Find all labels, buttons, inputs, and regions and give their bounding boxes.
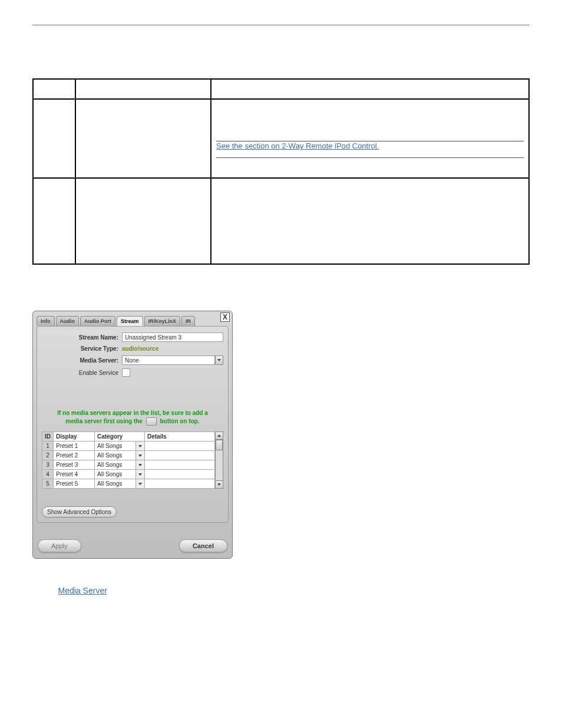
table-row: 5 Keypad/Touchpad — Remote Target check … <box>33 99 529 178</box>
preset-category-dropdown-icon[interactable] <box>136 470 145 479</box>
preset-id: 2 <box>42 451 54 460</box>
screen-elements-table: Number Screen Label Description 5 Keypad… <box>32 78 530 265</box>
media-server-icon <box>146 417 157 426</box>
apply-button[interactable]: Apply <box>38 539 81 552</box>
media-server-dropdown-icon[interactable] <box>215 355 223 365</box>
scroll-down-icon[interactable] <box>215 480 223 489</box>
preset-category-select[interactable]: All Songs <box>95 479 136 489</box>
preset-category-select[interactable]: All Songs <box>95 470 136 479</box>
tab-info[interactable]: Info <box>37 316 55 326</box>
preset-details[interactable] <box>145 479 215 489</box>
preset-id: 1 <box>42 442 54 451</box>
preset-display-input[interactable]: Preset 4 <box>54 470 95 479</box>
dialog-body: Stream Name: Unassigned Stream 3 Service… <box>37 326 229 523</box>
stream-tab-dialog: X Info Audio Audio Port Stream IR/KeyLin… <box>32 311 233 559</box>
preset-header-details: Details <box>145 432 215 442</box>
section-heading-stream-tab: Stream Tab <box>32 287 530 300</box>
preset-details[interactable] <box>145 470 215 479</box>
media-server-select[interactable]: None <box>122 355 215 365</box>
page-number: 167 <box>517 712 530 721</box>
enable-service-checkbox[interactable] <box>122 368 130 377</box>
col-header-number: Number <box>33 79 75 99</box>
preset-header-category: Category <box>95 432 145 442</box>
scroll-track[interactable] <box>215 440 223 480</box>
service-type-value: audio/source <box>122 345 158 352</box>
preset-details[interactable] <box>145 460 215 470</box>
tab-ir[interactable]: IR <box>181 316 195 326</box>
preset-category-select[interactable]: All Songs <box>95 451 136 460</box>
media-server-link[interactable]: Media Server <box>58 586 107 595</box>
preset-id: 5 <box>42 479 54 489</box>
media-server-hint: If no media servers appear in the list, … <box>42 409 223 426</box>
preset-display-input[interactable]: Preset 3 <box>54 460 95 470</box>
scroll-up-icon[interactable] <box>215 431 223 440</box>
show-advanced-options-button[interactable]: Show Advanced Options <box>42 506 117 518</box>
preset-category-dropdown-icon[interactable] <box>136 442 145 451</box>
close-button[interactable]: X <box>220 312 230 322</box>
header-rule <box>32 25 530 25</box>
stream-name-label: Stream Name: <box>42 334 118 341</box>
preset-row: 5Preset 5All Songs <box>42 479 215 489</box>
preset-table-wrap: ID Display Category Details 1Preset 1All… <box>42 431 223 489</box>
col-header-description: Description <box>211 79 529 99</box>
preset-row: 1Preset 1All Songs <box>42 442 215 451</box>
preset-category-dropdown-icon[interactable] <box>136 451 145 460</box>
cancel-button[interactable]: Cancel <box>179 539 227 552</box>
preset-details[interactable] <box>145 451 215 460</box>
preset-display-input[interactable]: Preset 1 <box>54 442 95 451</box>
tab-audio-port[interactable]: Audio Port <box>80 316 115 326</box>
service-type-label: Service Type: <box>42 345 118 352</box>
preset-details[interactable] <box>145 442 215 451</box>
tab-bar: Info Audio Audio Port Stream IR/KeyLinX … <box>33 314 218 326</box>
preset-row: 4Preset 4All Songs <box>42 470 215 479</box>
body-paragraph: The Stream tab settings configure the SL… <box>32 573 530 597</box>
preset-category-dropdown-icon[interactable] <box>136 479 145 489</box>
preset-header-display: Display <box>54 432 95 442</box>
scroll-thumb[interactable] <box>216 440 223 450</box>
preset-category-dropdown-icon[interactable] <box>136 460 145 470</box>
media-server-label: Media Server: <box>42 357 118 364</box>
preset-scrollbar[interactable] <box>215 431 223 489</box>
preset-row: 2Preset 2All Songs <box>42 451 215 460</box>
tab-stream[interactable]: Stream <box>117 316 143 326</box>
preset-header-id: ID <box>42 432 54 442</box>
tab-ir-keylinx[interactable]: IR/KeyLinX <box>144 316 181 326</box>
preset-row: 3Preset 3All Songs <box>42 460 215 470</box>
preset-display-input[interactable]: Preset 5 <box>54 479 95 489</box>
tab-audio[interactable]: Audio <box>56 316 80 326</box>
preset-id: 4 <box>42 470 54 479</box>
preset-category-select[interactable]: All Songs <box>95 442 136 451</box>
preset-display-input[interactable]: Preset 2 <box>54 451 95 460</box>
table-row: 6 KPD pick list Selects the keypad or to… <box>33 178 529 264</box>
stream-name-input[interactable]: Unassigned Stream 3 <box>122 332 223 342</box>
preset-category-select[interactable]: All Songs <box>95 460 136 470</box>
preset-id: 3 <box>42 460 54 470</box>
enable-service-label: Enable Service <box>42 370 118 376</box>
preset-table: ID Display Category Details 1Preset 1All… <box>42 431 215 489</box>
col-header-label: Screen Label <box>75 79 211 99</box>
